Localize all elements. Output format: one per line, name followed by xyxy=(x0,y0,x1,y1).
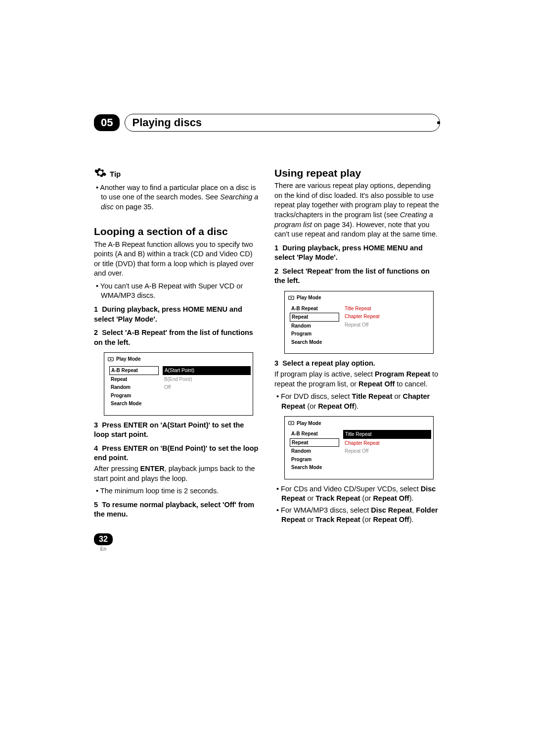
after-enter-line: After pressing ENTER, playback jumps bac… xyxy=(94,464,260,483)
t: For WMA/MP3 discs, select xyxy=(281,506,371,514)
looping-step-3: 3 Press ENTER on 'A(Start Point)' to set… xyxy=(94,421,260,440)
t: ). xyxy=(409,516,414,523)
t: to cancel. xyxy=(395,380,427,388)
t: (or xyxy=(360,494,373,502)
step-title: Select 'A-B Repeat' from the list of fun… xyxy=(94,329,253,346)
looping-note-text: You can't use A-B Repeat with Super VCD … xyxy=(100,282,243,300)
cd-repeat-line: • For CDs and Video CD/Super VCDs, selec… xyxy=(274,484,440,504)
step-title: Press ENTER on 'B(End Point)' to set the… xyxy=(94,444,258,462)
t: For CDs and Video CD/Super VCDs, select xyxy=(281,485,421,493)
t: Repeat Off xyxy=(373,516,409,523)
gear-icon xyxy=(94,166,107,182)
page-lang: En xyxy=(94,546,113,552)
t: ). xyxy=(409,494,414,502)
playmode-panel-repeat-selected: Play ModeA-B RepeatRepeatRandomProgramSe… xyxy=(284,416,434,479)
step-title: During playback, press HOME MENU and sel… xyxy=(94,305,242,323)
t: or xyxy=(305,494,315,502)
t: Track Repeat xyxy=(315,516,360,523)
right-column: Using repeat play There are various repe… xyxy=(274,166,440,527)
step-number: 1 xyxy=(274,244,278,252)
playmode-panel-repeat: Play ModeA-B RepeatRepeatRandomProgramSe… xyxy=(284,291,434,354)
left-column: Tip • Another way to find a particular p… xyxy=(94,166,260,527)
step-number: 1 xyxy=(94,305,98,313)
min-loop-note: • The minimum loop time is 2 seconds. xyxy=(94,486,260,496)
manual-page: 05 Playing discs Tip • Another way to fi… xyxy=(0,0,534,576)
step-title: Select 'Repeat' from the list of functio… xyxy=(274,267,430,285)
program-repeat-line: If program play is active, select Progra… xyxy=(274,370,440,389)
repeat-step-2: 2 Select 'Repeat' from the list of funct… xyxy=(274,267,440,286)
looping-intro: The A-B Repeat function allows you to sp… xyxy=(94,240,260,279)
repeat-step-3: 3 Select a repeat play option. xyxy=(274,359,440,369)
svg-marker-1 xyxy=(110,358,112,360)
step-title: To resume normal playback, select 'Off' … xyxy=(94,501,254,519)
step-number: 5 xyxy=(94,501,98,509)
after-enter-bold: ENTER xyxy=(140,465,165,472)
chapter-number-badge: 05 xyxy=(94,114,120,131)
tip-heading: Tip xyxy=(94,166,260,182)
t: Track Repeat xyxy=(315,494,360,502)
tip-label: Tip xyxy=(110,169,121,179)
step-number: 2 xyxy=(94,329,98,336)
step-title: Press ENTER on 'A(Start Point)' to set t… xyxy=(94,421,244,439)
playmode-panel-ab: Play ModeA-B RepeatRepeatRandomProgramSe… xyxy=(104,352,253,416)
content-columns: Tip • Another way to find a particular p… xyxy=(94,166,440,527)
step-title: During playback, press HOME MENU and sel… xyxy=(274,244,423,262)
t: or xyxy=(305,516,315,523)
chapter-header: 05 Playing discs xyxy=(94,114,440,132)
tip-after: on page 35. xyxy=(114,203,154,211)
min-loop-text: The minimum loop time is 2 seconds. xyxy=(100,487,219,495)
t: Repeat Off xyxy=(358,380,395,388)
t: ). xyxy=(354,402,358,410)
t: Repeat Off xyxy=(318,402,354,410)
looping-step-1: 1 During playback, press HOME MENU and s… xyxy=(94,305,260,324)
t: For DVD discs, select xyxy=(281,392,352,400)
t: (or xyxy=(305,402,318,410)
t: Disc Repeat xyxy=(371,506,412,514)
looping-step-4: 4 Press ENTER on 'B(End Point)' to set t… xyxy=(94,444,260,463)
looping-step-5: 5 To resume normal playback, select 'Off… xyxy=(94,500,260,520)
t: (or xyxy=(360,516,373,523)
repeat-heading: Using repeat play xyxy=(274,166,440,180)
repeat-step-1: 1 During playback, press HOME MENU and s… xyxy=(274,243,440,263)
looping-heading: Looping a section of a disc xyxy=(94,225,260,238)
chapter-title: Playing discs xyxy=(125,114,440,132)
page-number: 32 xyxy=(94,533,113,545)
looping-note: • You can't use A-B Repeat with Super VC… xyxy=(94,282,260,301)
repeat-intro: There are various repeat play options, d… xyxy=(274,181,440,239)
t: Program Repeat xyxy=(375,370,430,378)
t: Repeat Off xyxy=(373,494,409,502)
step-number: 2 xyxy=(274,267,278,275)
after-enter-pre: After pressing xyxy=(94,465,140,472)
t: Title Repeat xyxy=(352,392,393,400)
dvd-repeat-line: • For DVD discs, select Title Repeat or … xyxy=(274,392,440,411)
t: If program play is active, select xyxy=(274,370,375,378)
svg-marker-3 xyxy=(291,297,293,299)
step-number: 4 xyxy=(94,444,98,452)
wma-repeat-line: • For WMA/MP3 discs, select Disc Repeat,… xyxy=(274,506,440,525)
step-number: 3 xyxy=(274,359,278,367)
looping-step-2: 2 Select 'A-B Repeat' from the list of f… xyxy=(94,328,260,347)
t: or xyxy=(392,392,402,400)
tip-text: • Another way to find a particular place… xyxy=(94,183,260,212)
step-number: 3 xyxy=(94,421,98,429)
page-number-badge: 32 En xyxy=(94,533,113,552)
step-title: Select a repeat play option. xyxy=(282,359,375,367)
svg-marker-5 xyxy=(291,423,293,425)
